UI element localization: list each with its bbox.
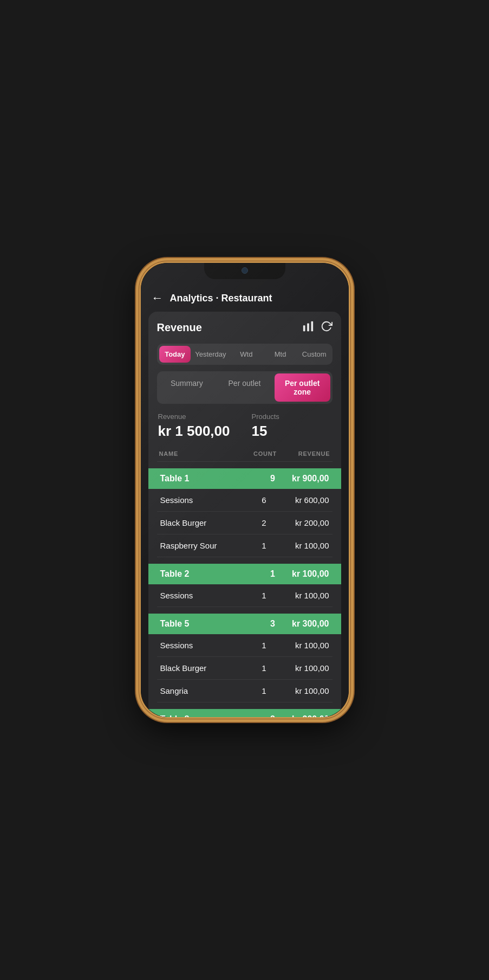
group-count: 2 — [257, 714, 289, 717]
svg-rect-1 — [307, 324, 309, 332]
item-name: Black Burger — [160, 518, 248, 527]
back-button[interactable]: ← — [152, 291, 164, 305]
group-row: Table 2 1 kr 100,00 — [148, 564, 341, 584]
item-count: 1 — [248, 641, 281, 650]
item-name: Sangria — [160, 686, 248, 695]
group-row: Table 1 9 kr 900,00 — [148, 468, 341, 489]
item-count: 1 — [248, 591, 281, 600]
period-tabs: Today Yesterday Wtd Mtd Custom — [157, 344, 332, 365]
tab-wtd[interactable]: Wtd — [231, 346, 263, 363]
table-row: Black Burger 2 kr 200,00 — [157, 512, 332, 534]
page-title: Analytics · Restaurant — [170, 293, 272, 304]
item-revenue: kr 100,00 — [281, 686, 329, 695]
revenue-label: Revenue — [158, 412, 230, 421]
products-value: 15 — [252, 423, 279, 440]
item-revenue: kr 200,00 — [281, 518, 329, 527]
group-spacer — [157, 557, 332, 564]
card-header: Revenue — [157, 320, 332, 335]
products-label: Products — [252, 412, 279, 421]
group-name: Table 5 — [152, 619, 257, 629]
tab-yesterday[interactable]: Yesterday — [193, 346, 228, 363]
item-name: Sessions — [160, 641, 248, 650]
stats-row: Revenue kr 1 500,00 Products 15 — [157, 412, 332, 440]
item-revenue: kr 600,00 — [281, 495, 329, 505]
col-name: NAME — [159, 450, 249, 457]
table-row: Sessions 1 kr 100,00 — [157, 584, 332, 607]
group-row: Table 5 3 kr 300,00 — [148, 614, 341, 634]
tab-per-outlet[interactable]: Per outlet — [217, 373, 272, 402]
tab-per-outlet-zone[interactable]: Per outlet zone — [275, 373, 330, 402]
group-name: Table 1 — [152, 474, 257, 483]
revenue-stat: Revenue kr 1 500,00 — [158, 412, 230, 440]
revenue-value: kr 1 500,00 — [158, 423, 230, 440]
group-spacer — [157, 702, 332, 709]
screen: ← Analytics · Restaurant Revenue — [141, 263, 349, 717]
card-title: Revenue — [157, 321, 202, 334]
group-row: Table 8 2 kr 200,00 — [148, 709, 341, 717]
card-actions — [302, 320, 332, 335]
group-revenue: kr 100,00 — [289, 569, 338, 579]
revenue-card: Revenue — [148, 312, 341, 717]
item-count: 2 — [248, 518, 281, 527]
notch — [204, 263, 285, 279]
table-row: Black Burger 1 kr 100,00 — [157, 657, 332, 680]
table-row: Sessions 1 kr 100,00 — [157, 634, 332, 657]
table-header: NAME COUNT REVENUE — [157, 450, 332, 462]
refresh-icon[interactable] — [321, 320, 332, 335]
tab-mtd[interactable]: Mtd — [264, 346, 296, 363]
group-spacer — [157, 462, 332, 468]
tab-today[interactable]: Today — [159, 346, 191, 363]
item-name: Sessions — [160, 495, 248, 505]
view-tabs: Summary Per outlet Per outlet zone — [157, 371, 332, 404]
table-row: Sessions 6 kr 600,00 — [157, 489, 332, 512]
table-row: Sangria 1 kr 100,00 — [157, 680, 332, 702]
group-count: 3 — [257, 619, 289, 629]
item-count: 1 — [248, 686, 281, 695]
item-name: Black Burger — [160, 663, 248, 673]
tab-summary[interactable]: Summary — [159, 373, 215, 402]
item-name: Sessions — [160, 591, 248, 600]
groups-container: Table 1 9 kr 900,00 Sessions 6 kr 600,00… — [157, 462, 332, 717]
item-revenue: kr 100,00 — [281, 541, 329, 550]
table-row: Raspberry Sour 1 kr 100,00 — [157, 534, 332, 557]
item-name: Raspberry Sour — [160, 541, 248, 550]
group-revenue: kr 900,00 — [289, 474, 338, 483]
svg-rect-2 — [311, 321, 313, 331]
group-name: Table 2 — [152, 569, 257, 579]
group-revenue: kr 300,00 — [289, 619, 338, 629]
group-count: 9 — [257, 474, 289, 483]
group-revenue: kr 200,00 — [289, 714, 338, 717]
group-spacer — [157, 607, 332, 614]
item-count: 1 — [248, 663, 281, 673]
products-stat: Products 15 — [252, 412, 279, 440]
item-count: 1 — [248, 541, 281, 550]
item-revenue: kr 100,00 — [281, 663, 329, 673]
svg-rect-0 — [303, 325, 305, 331]
tab-custom[interactable]: Custom — [298, 346, 330, 363]
phone-frame: ← Analytics · Restaurant Revenue — [139, 261, 350, 719]
group-name: Table 8 — [152, 714, 257, 717]
item-revenue: kr 100,00 — [281, 641, 329, 650]
col-count: COUNT — [249, 450, 282, 457]
header: ← Analytics · Restaurant — [141, 287, 349, 312]
col-revenue: REVENUE — [282, 450, 330, 457]
item-count: 6 — [248, 495, 281, 505]
group-count: 1 — [257, 569, 289, 579]
chart-icon[interactable] — [302, 320, 314, 335]
item-revenue: kr 100,00 — [281, 591, 329, 600]
